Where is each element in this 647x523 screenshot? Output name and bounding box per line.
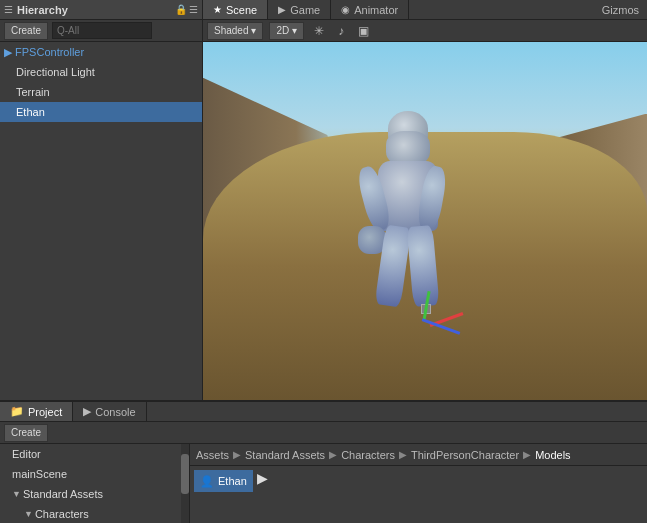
char-leg-right: [407, 225, 440, 307]
character-ethan: [358, 111, 458, 311]
top-area: ☰ Hierarchy 🔒 ☰ Create ▶ FPSController D…: [0, 0, 647, 400]
bottom-content: Editor mainScene ▼ Standard Assets ▼ Cha…: [0, 444, 647, 523]
game-tab-icon: ▶: [278, 4, 286, 15]
scene-tab-bar: ★ Scene ▶ Game ◉ Animator Gizmos: [203, 0, 647, 20]
hier-item-directional-light[interactable]: Directional Light: [0, 62, 202, 82]
tab-animator[interactable]: ◉ Animator: [331, 0, 409, 19]
standard-assets-label: Standard Assets: [23, 485, 103, 503]
hier-item-terrain[interactable]: Terrain: [0, 82, 202, 102]
project-tab-label: Project: [28, 406, 62, 418]
hierarchy-icon: ☰: [4, 4, 13, 15]
mainscene-label: mainScene: [12, 465, 67, 483]
scene-tab-label: Scene: [226, 4, 257, 16]
main-container: ☰ Hierarchy 🔒 ☰ Create ▶ FPSController D…: [0, 0, 647, 523]
hierarchy-search-input[interactable]: [52, 22, 152, 39]
file-item-ethan[interactable]: 👤 Ethan: [194, 470, 253, 492]
hierarchy-header-icons: 🔒 ☰: [175, 4, 198, 15]
tree-scroll[interactable]: [181, 444, 189, 523]
scene-panel: ★ Scene ▶ Game ◉ Animator Gizmos Shaded: [203, 0, 647, 400]
breadcrumb-sep-3: ▶: [399, 449, 407, 460]
tree-scroll-thumb: [181, 454, 189, 494]
fpscontroller-label: ▶ FPSController: [4, 46, 84, 58]
breadcrumb-characters[interactable]: Characters: [341, 449, 395, 461]
shading-dropdown[interactable]: Shaded ▾: [207, 22, 263, 40]
cursor-pointer: ▶: [257, 470, 268, 486]
tab-scene[interactable]: ★ Scene: [203, 0, 268, 19]
characters-arrow: ▼: [24, 505, 33, 523]
game-tab-label: Game: [290, 4, 320, 16]
characters-label: Characters: [35, 505, 89, 523]
file-browser: Assets ▶ Standard Assets ▶ Characters ▶ …: [190, 444, 647, 523]
breadcrumb-thirdperson[interactable]: ThirdPersonCharacter: [411, 449, 519, 461]
breadcrumb-assets[interactable]: Assets: [196, 449, 229, 461]
shading-chevron: ▾: [251, 25, 256, 36]
standard-assets-arrow: ▼: [12, 485, 21, 503]
mode-dropdown[interactable]: 2D ▾: [269, 22, 304, 40]
gizmos-button[interactable]: Gizmos: [594, 0, 647, 19]
scene-toolbar-icons: ✳ ♪ ▣: [310, 22, 372, 40]
breadcrumb-standard-assets[interactable]: Standard Assets: [245, 449, 325, 461]
console-tab-label: Console: [95, 406, 135, 418]
tab-game[interactable]: ▶ Game: [268, 0, 331, 19]
hierarchy-items: ▶ FPSController Directional Light Terrai…: [0, 42, 202, 400]
breadcrumb-sep-4: ▶: [523, 449, 531, 460]
animator-tab-icon: ◉: [341, 4, 350, 15]
project-item-characters[interactable]: ▼ Characters: [0, 504, 181, 523]
console-tab-icon: ▶: [83, 405, 91, 418]
hier-item-fpscontroller[interactable]: ▶ FPSController: [0, 42, 202, 62]
hierarchy-toolbar: Create: [0, 20, 202, 42]
terrain-label: Terrain: [16, 86, 50, 98]
mode-chevron: ▾: [292, 25, 297, 36]
menu-icon: ☰: [189, 4, 198, 15]
camera-icon[interactable]: ▣: [354, 22, 372, 40]
file-list: 👤 Ethan ▶: [190, 466, 647, 523]
breadcrumb-bar: Assets ▶ Standard Assets ▶ Characters ▶ …: [190, 444, 647, 466]
scene-background: [203, 42, 647, 400]
lock-icon: 🔒: [175, 4, 187, 15]
project-item-editor[interactable]: Editor: [0, 444, 181, 464]
scene-tab-icon: ★: [213, 4, 222, 15]
project-item-standard-assets[interactable]: ▼ Standard Assets: [0, 484, 181, 504]
bottom-toolbar: Create: [0, 422, 647, 444]
animator-tab-label: Animator: [354, 4, 398, 16]
editor-label: Editor: [12, 445, 41, 463]
file-ethan-label: Ethan: [218, 475, 247, 487]
scene-viewport: [203, 42, 647, 400]
project-create-button[interactable]: Create: [4, 424, 48, 442]
project-item-mainscene[interactable]: mainScene: [0, 464, 181, 484]
project-tab-icon: 📁: [10, 405, 24, 418]
hierarchy-panel: ☰ Hierarchy 🔒 ☰ Create ▶ FPSController D…: [0, 0, 203, 400]
breadcrumb-sep-1: ▶: [233, 449, 241, 460]
tab-console[interactable]: ▶ Console: [73, 402, 146, 421]
hierarchy-title: Hierarchy: [17, 4, 68, 16]
tab-project[interactable]: 📁 Project: [0, 402, 73, 421]
mode-2d-label: 2D: [276, 25, 289, 36]
breadcrumb-sep-2: ▶: [329, 449, 337, 460]
file-ethan-icon: 👤: [200, 475, 214, 488]
ethan-label: Ethan: [16, 106, 45, 118]
directional-light-label: Directional Light: [16, 66, 95, 78]
hier-item-ethan[interactable]: Ethan: [0, 102, 202, 122]
hierarchy-header: ☰ Hierarchy 🔒 ☰: [0, 0, 202, 20]
project-tree: Editor mainScene ▼ Standard Assets ▼ Cha…: [0, 444, 190, 523]
hierarchy-create-button[interactable]: Create: [4, 22, 48, 40]
breadcrumb-models[interactable]: Models: [535, 449, 570, 461]
shading-label: Shaded: [214, 25, 248, 36]
scene-toolbar: Shaded ▾ 2D ▾ ✳ ♪ ▣: [203, 20, 647, 42]
bottom-tab-bar: 📁 Project ▶ Console: [0, 402, 647, 422]
bottom-area: 📁 Project ▶ Console Create Editor mai: [0, 400, 647, 523]
sound-icon[interactable]: ♪: [332, 22, 350, 40]
sun-icon[interactable]: ✳: [310, 22, 328, 40]
gizmos-label: Gizmos: [602, 4, 639, 16]
